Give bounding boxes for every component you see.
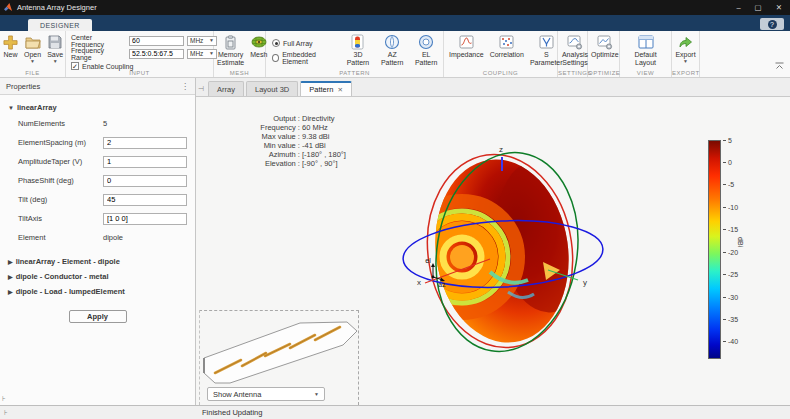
elementspacing-input[interactable] [103,137,187,149]
ribbon-section-settings: Analysis Settings SETTINGS [558,31,588,77]
tab-pattern[interactable]: Pattern ✕ [300,81,352,96]
chevron-down-icon: ▼ [53,59,58,64]
help-button[interactable]: ? [760,18,784,30]
3d-pattern-icon [351,34,364,50]
ribbon-toolbar: New Open ▼ Save ▼ FILE Center [0,31,790,78]
pattern-info-row: Output Directivity [240,114,346,123]
property-row: Element dipole [0,228,195,247]
apply-button[interactable]: Apply [69,310,127,323]
new-button[interactable]: New [0,33,21,65]
property-row: PhaseShift (deg) [0,171,195,190]
tilt-input[interactable] [103,194,187,206]
title-bar: Antenna Array Designer – ▢ ✕ [0,0,790,15]
numelements-value: 5 [103,119,187,128]
tab-layout-3d[interactable]: Layout 3D [246,81,298,96]
property-group-header[interactable]: ▶ dipole - Conductor - metal [0,268,195,283]
el-pattern-icon [418,34,434,50]
ribbon-section-optimize: Optimize OPTIMIZE [588,31,620,77]
ribbon-section-file: New Open ▼ Save ▼ FILE [0,31,66,77]
colorbar-ticks: 5 0 -5 -10 -15 [723,136,738,346]
minimize-icon[interactable]: – [736,3,740,12]
show-antenna-dropdown[interactable]: Show Antenna ▼ [207,387,325,401]
full-array-radio[interactable]: Full Array [272,39,335,47]
ribbon-section-export: Export ▼ EXPORT [672,31,700,77]
analysis-settings-button[interactable]: Analysis Settings [558,33,592,68]
frequency-range-label: Frequency Range [71,47,126,61]
amplitudetaper-input[interactable] [103,156,187,168]
impedance-button[interactable]: Impedance [446,33,487,68]
embedded-element-radio[interactable]: Embedded Element [272,51,335,65]
pattern-info: Output Directivity Frequency 60 MHz Max … [240,114,346,168]
3d-pattern-button[interactable]: 3D Pattern [341,33,375,68]
memory-estimate-icon [224,34,238,50]
x-axis-label: x [417,278,421,287]
colorbar-tick: -30 [723,293,738,301]
panel-collapse-icon[interactable]: ⊣ [198,85,204,93]
save-button[interactable]: Save ▼ [44,33,66,65]
status-bar: ⊦ Finished Updating [0,405,790,419]
scrollbar-handle-icon[interactable]: ⊦ [2,395,6,403]
colorbar-tick: -35 [723,316,738,324]
properties-title: Properties [6,82,40,91]
tick-mark [723,207,726,208]
directivity-surface [406,151,596,352]
frequency-range-unit-select[interactable]: MHz ▼ [187,49,217,59]
close-window-icon[interactable]: ✕ [776,3,782,12]
antenna-preview-panel: Show Antenna ▼ [199,310,359,405]
optimize-button[interactable]: Optimize [588,33,622,60]
colorbar-tick: -10 [723,203,738,211]
ribbon-filler [700,31,790,77]
main-area: ⊣ Array Layout 3D Pattern ✕ Output Direc… [196,78,790,405]
tab-array[interactable]: Array [208,81,244,96]
tick-mark [723,229,726,230]
chevron-down-icon: ▼ [314,392,319,397]
chevron-down-icon: ▼ [8,105,14,111]
scrollbar-corner-icon: ⊦ [4,409,8,417]
az-pattern-button[interactable]: AZ Pattern [375,33,409,68]
radio-unselected-icon [272,54,279,62]
colorbar [708,140,721,359]
tick-mark [723,319,726,320]
ribbon-section-pattern: Full Array Embedded Element 3D Pattern A… [266,31,444,77]
correlation-icon [499,34,514,50]
property-group-header[interactable]: ▶ linearArray - Element - dipole [0,253,195,268]
close-tab-icon[interactable]: ✕ [337,86,342,94]
property-group-header[interactable]: ▶ dipole - Load - lumpedElement [0,283,195,298]
colorbar-unit-label: dBi [737,237,744,247]
collapse-ribbon-icon[interactable] [775,56,784,74]
radio-selected-icon [272,39,280,47]
tab-designer[interactable]: DESIGNER [28,19,92,31]
frequency-range-input[interactable] [129,49,184,59]
export-arrow-icon [678,34,693,50]
open-button[interactable]: Open ▼ [21,33,44,65]
export-button[interactable]: Export ▼ [672,33,698,65]
default-layout-button[interactable]: Default Layout [620,33,671,68]
properties-panel: Properties ⋮ ▼ linearArray NumElements 5… [0,78,196,405]
property-row: AmplitudeTaper (V) [0,152,195,171]
enable-coupling-label: Enable Coupling [82,63,133,70]
matlab-logo-icon [4,3,13,12]
ribbon-tab-band: DESIGNER ? [0,15,790,31]
phaseshift-input[interactable] [103,175,187,187]
pattern-info-row: Azimuth [-180° , 180°] [240,150,346,159]
el-pattern-button[interactable]: EL Pattern [409,33,443,68]
colorbar-tick: -5 [723,181,738,189]
document-tab-bar: ⊣ Array Layout 3D Pattern ✕ [196,78,790,97]
save-floppy-icon [48,34,62,50]
property-group-lineararray[interactable]: ▼ linearArray [0,95,195,114]
memory-estimate-button[interactable]: Memory Estimate [214,33,247,68]
element-value: dipole [103,233,187,242]
panel-menu-icon[interactable]: ⋮ [181,82,189,91]
maximize-icon[interactable]: ▢ [755,3,762,12]
enable-coupling-checkbox[interactable]: ✓ [71,62,79,70]
colorbar-tick: 0 [723,158,738,166]
ribbon-section-coupling: Impedance Correlation S Parameter COUPLI… [444,31,558,77]
open-folder-icon [25,34,41,50]
correlation-button[interactable]: Correlation [487,33,527,68]
colorbar-tick: -20 [723,248,738,256]
ribbon-section-view: Default Layout VIEW [620,31,672,77]
pattern-3d-view[interactable]: z x y el az [390,124,710,374]
center-frequency-unit-select[interactable]: MHz ▼ [187,36,217,46]
tiltaxis-input[interactable] [103,213,187,225]
center-frequency-input[interactable] [129,36,184,46]
